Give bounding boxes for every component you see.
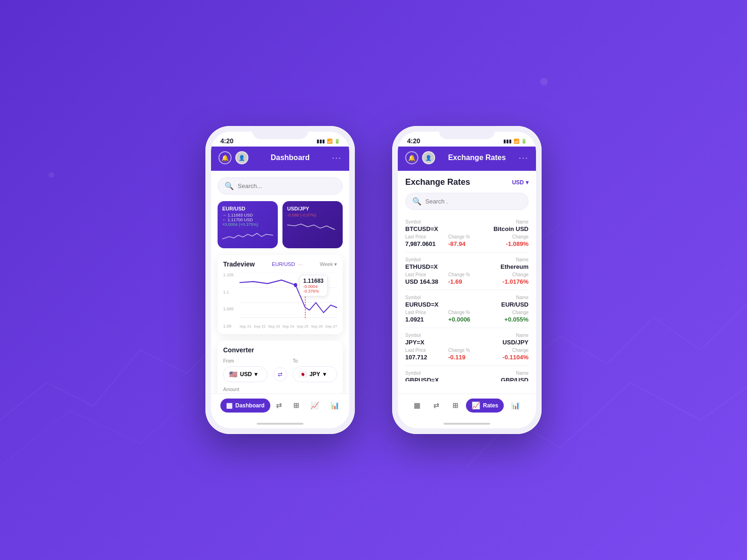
to-label: To xyxy=(293,358,337,364)
nav-dashboard[interactable]: ▦ Dashboard xyxy=(220,399,270,413)
rate-item-jpy[interactable]: Symbol JPY=X Name USD/JPY Last Price xyxy=(405,328,529,366)
rate-row-jpy-2: Last Price 107.712 Change % -0.119 Chang… xyxy=(405,348,529,361)
tradeview-section: Tradeview EUR/USD — Week ▾ 1.105 xyxy=(218,255,343,334)
to-field: To 🇯🇵 JPY ▾ xyxy=(293,358,337,382)
btc-name-col: Name Bitcoin USD xyxy=(491,219,529,232)
wifi-icon-right: 📶 xyxy=(514,139,519,144)
rate-row-btc-1: Symbol BTCUSD=X Name Bitcoin USD xyxy=(405,219,529,232)
nav-rates-label: Rates xyxy=(483,402,499,409)
bell-icon-right[interactable]: 🔔 xyxy=(405,151,418,164)
rate-item-gbp[interactable]: Symbol GBPUSD=X Name GBP/USD xyxy=(405,366,529,381)
nav-dashboard-label: Dashboard xyxy=(235,402,265,409)
eur-usd-rate1: → 1.11683 USD xyxy=(222,213,273,217)
home-bar-left xyxy=(211,419,349,428)
price-label-jpy: Last Price xyxy=(405,348,443,353)
avatar-right[interactable]: 👤 xyxy=(422,151,435,164)
wifi-icon: 📶 xyxy=(327,139,332,144)
swap-button[interactable]: ⇄ xyxy=(273,367,287,381)
currency-selector[interactable]: USD ▾ xyxy=(512,179,529,186)
converter-section: Converter From 🇺🇸 USD ▾ ⇄ To xyxy=(218,341,343,393)
symbol-label-eth: Symbol xyxy=(405,257,443,262)
flag-jpy: 🇯🇵 xyxy=(299,371,307,378)
rate-row-eth-2: Last Price USD 164.38 Change % -1.69 Cha… xyxy=(405,272,529,285)
home-bar-right xyxy=(398,419,536,428)
rate-item-eurusd[interactable]: Symbol EURUSD=X Name EUR/USD Last Price xyxy=(405,290,529,328)
nav-grid-left[interactable]: ⊞ xyxy=(288,399,305,413)
rate-row-jpy-1: Symbol JPY=X Name USD/JPY xyxy=(405,333,529,346)
eur-usd-change: +0.0004 (+0.375%) xyxy=(222,222,273,227)
eur-pct-col: Change % +0.0006 xyxy=(448,310,486,323)
nav-grid-right[interactable]: ⊞ xyxy=(447,399,464,413)
eth-pct: -1.69 xyxy=(448,278,486,285)
grid-icon-left: ⊞ xyxy=(293,401,299,410)
bottom-nav-left: ▦ Dashboard ⇄ ⊞ 📈 📊 xyxy=(211,393,349,419)
rate-item-eth[interactable]: Symbol ETHUSD=X Name Ethereum Last Price xyxy=(405,252,529,290)
pct-label-jpy: Change % xyxy=(448,348,486,353)
phones-container: 4:20 ▮▮▮ 📶 🔋 🔔 👤 Dashboard ··· xyxy=(205,126,542,434)
more-icon-left[interactable]: ··· xyxy=(332,153,342,163)
chevron-down-icon-to: ▾ xyxy=(323,371,326,378)
eth-symbol: ETHUSD=X xyxy=(405,263,443,270)
btc-pct: -87.94 xyxy=(448,240,486,247)
pct-label-eth: Change % xyxy=(448,272,486,277)
eth-name-col: Name Ethereum xyxy=(491,257,529,270)
dashboard-icon: ▦ xyxy=(226,401,233,410)
name-label-eth: Name xyxy=(491,257,529,262)
eth-pct-col: Change % -1.69 xyxy=(448,272,486,285)
eur-symbol: EURUSD=X xyxy=(405,301,443,308)
rates-list: Symbol BTCUSD=X Name Bitcoin USD Last Pr… xyxy=(398,215,536,381)
rates-search-bar[interactable]: 🔍 xyxy=(405,193,529,210)
change-label-eur: Change xyxy=(491,310,529,315)
search-bar-left[interactable]: 🔍 xyxy=(218,177,343,195)
phone-inner-left: 4:20 ▮▮▮ 📶 🔋 🔔 👤 Dashboard ··· xyxy=(211,132,349,428)
nav-convert-left[interactable]: ⇄ xyxy=(270,399,288,413)
bell-icon[interactable]: 🔔 xyxy=(218,151,232,164)
tradeview-pair[interactable]: EUR/USD — xyxy=(272,261,303,267)
usd-jpy-card[interactable]: USD/JPY -0.086 (-0.07%) xyxy=(282,201,343,248)
price-label-eur: Last Price xyxy=(405,310,443,315)
nav-bar-right[interactable]: 📊 xyxy=(506,399,526,413)
eur-usd-pair: EUR/USD xyxy=(222,206,273,211)
more-icon-right[interactable]: ··· xyxy=(519,153,529,163)
btc-price: 7,987.0601 xyxy=(405,240,443,247)
change-label-eth: Change xyxy=(491,272,529,277)
chevron-down-icon-from: ▾ xyxy=(254,371,257,378)
usd-jpy-mini-chart xyxy=(287,221,338,235)
bar-icon-left: 📊 xyxy=(331,401,339,410)
to-select[interactable]: 🇯🇵 JPY ▾ xyxy=(293,366,337,382)
search-input-left[interactable] xyxy=(238,182,336,189)
symbol-label-gbp: Symbol xyxy=(405,371,443,376)
gbp-symbol: GBPUSD=X xyxy=(405,377,443,381)
avatar-left[interactable]: 👤 xyxy=(235,151,248,164)
home-bar-line-left xyxy=(257,423,303,425)
bar-icon-right: 📊 xyxy=(511,401,520,410)
tooltip-price: 1.11683 xyxy=(303,278,324,284)
eth-symbol-col: Symbol ETHUSD=X xyxy=(405,257,443,270)
nav-home-right[interactable]: ▦ xyxy=(408,399,426,413)
jpy-change-col: Change -0.1104% xyxy=(491,348,529,361)
header-right-icons: 🔔 👤 xyxy=(405,151,435,164)
tradeview-period[interactable]: Week ▾ xyxy=(320,261,337,267)
name-label-jpy: Name xyxy=(491,333,529,338)
eur-price-col: Last Price 1.0921 xyxy=(405,310,443,323)
nav-convert-right[interactable]: ⇄ xyxy=(428,399,445,413)
eth-price: USD 164.38 xyxy=(405,278,443,285)
eur-usd-card[interactable]: EUR/USD → 1.11683 USD ← 1.11700 USD +0.0… xyxy=(218,201,278,248)
chart-icon-left: 📈 xyxy=(310,401,319,410)
nav-bar-left[interactable]: 📊 xyxy=(325,399,345,413)
symbol-label-eur: Symbol xyxy=(405,295,443,300)
svg-point-1 xyxy=(49,172,54,178)
nav-chart-left[interactable]: 📈 xyxy=(305,399,325,413)
gbp-symbol-col: Symbol GBPUSD=X xyxy=(405,371,443,381)
from-select[interactable]: 🇺🇸 USD ▾ xyxy=(223,366,268,382)
nav-rates[interactable]: 📈 Rates xyxy=(466,399,504,413)
rates-search-container: 🔍 xyxy=(405,193,529,210)
tooltip-change2: -0.376% xyxy=(303,289,324,294)
rate-item-btc[interactable]: Symbol BTCUSD=X Name Bitcoin USD Last Pr… xyxy=(405,215,529,252)
price-label-eth: Last Price xyxy=(405,272,443,277)
currency-cards: EUR/USD → 1.11683 USD ← 1.11700 USD +0.0… xyxy=(218,201,343,248)
jpy-price-col: Last Price 107.712 xyxy=(405,348,443,361)
rates-search-input[interactable] xyxy=(425,198,521,205)
grid-icon-right: ⊞ xyxy=(452,401,458,410)
header-left: 🔔 👤 Dashboard ··· xyxy=(211,147,349,171)
